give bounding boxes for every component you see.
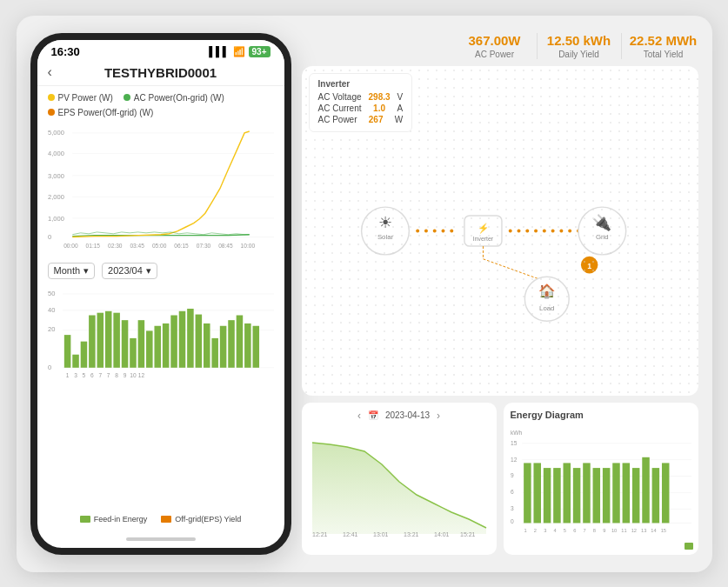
svg-text:14:01: 14:01 [434, 531, 450, 537]
svg-rect-29 [63, 335, 70, 368]
bar-chart-svg: 50 40 20 0 [48, 284, 274, 389]
svg-text:40: 40 [48, 305, 55, 313]
inverter-row-voltage: AC Voltage 298.3 V [318, 92, 404, 102]
bar-chart-container: 50 40 20 0 [48, 284, 274, 511]
svg-rect-120 [592, 468, 600, 523]
inverter-voltage-label: AC Voltage [318, 92, 362, 102]
stat-total-yield-label: Total Yield [629, 50, 698, 59]
phone-title: TESTHYBRID0001 [104, 65, 217, 80]
svg-rect-119 [583, 463, 591, 523]
svg-rect-40 [154, 325, 161, 367]
phone-header: ‹ TESTHYBRID0001 [37, 60, 284, 86]
home-indicator [37, 530, 284, 548]
svg-rect-117 [563, 463, 571, 523]
svg-rect-52 [252, 325, 259, 367]
svg-text:3,000: 3,000 [48, 171, 64, 179]
phone-device: 16:30 ▌▌▌ 📶 93+ ‹ TESTHYBRID0001 PV Powe… [30, 33, 291, 555]
svg-text:12: 12 [631, 527, 636, 532]
stat-divider-2 [621, 33, 622, 59]
battery-indicator: 93+ [249, 46, 270, 57]
date-dropdown[interactable]: 2023/04 ▾ [102, 263, 157, 279]
signal-icon: ▌▌▌ [209, 46, 229, 57]
period-dropdown[interactable]: Month ▾ [48, 263, 96, 279]
inverter-voltage-value: 298.3 [369, 92, 391, 102]
svg-text:11: 11 [621, 527, 626, 532]
svg-text:8: 8 [592, 527, 595, 532]
legend-ac-dot [124, 94, 130, 101]
svg-text:00:00: 00:00 [63, 242, 78, 248]
svg-text:15: 15 [511, 439, 518, 445]
svg-rect-121 [602, 468, 610, 523]
svg-text:13:21: 13:21 [404, 531, 419, 537]
svg-text:12:21: 12:21 [312, 531, 328, 537]
svg-text:4,000: 4,000 [48, 150, 64, 157]
stat-total-yield: 22.52 MWh Total Yield [629, 33, 698, 59]
svg-text:08:45: 08:45 [218, 242, 233, 248]
inverter-row-power: AC Power 267 W [318, 115, 404, 124]
svg-text:15:21: 15:21 [460, 531, 476, 537]
svg-text:9: 9 [603, 527, 605, 532]
svg-rect-32 [89, 315, 96, 367]
svg-text:0: 0 [511, 518, 514, 524]
legend-pv: PV Power (W) [48, 93, 113, 103]
energy-diagram-svg: kWh 15 12 9 6 3 0 [511, 424, 691, 545]
stat-ac-power-value: 367.00W [460, 33, 530, 48]
stat-daily-yield: 12.50 kWh Daily Yield [544, 33, 614, 59]
bar-legend: Feed-in Energy Off-grid(EPS) Yield [48, 515, 274, 524]
wifi-icon: 📶 [233, 46, 245, 57]
svg-text:12: 12 [511, 456, 518, 462]
svg-rect-122 [612, 463, 620, 523]
date-prev-button[interactable]: ‹ [357, 410, 361, 422]
date-display: 2023-04-13 [385, 410, 430, 420]
svg-rect-46 [203, 323, 210, 367]
svg-rect-51 [244, 323, 251, 367]
svg-rect-45 [195, 314, 202, 367]
svg-rect-31 [80, 341, 87, 367]
svg-text:0: 0 [48, 363, 51, 370]
legend-ac: AC Power(On-grid) (W) [124, 93, 224, 103]
status-icons: ▌▌▌ 📶 93+ [209, 46, 270, 57]
inverter-row-current: AC Current 1.0 A [318, 103, 404, 113]
date-next-button[interactable]: › [437, 410, 440, 422]
stat-daily-yield-label: Daily Yield [544, 50, 614, 59]
svg-rect-48 [219, 325, 226, 367]
legend-pv-dot [48, 94, 55, 101]
svg-rect-41 [162, 323, 169, 367]
back-button[interactable]: ‹ [48, 64, 52, 80]
offgrid-label: Off-grid(EPS) Yield [175, 515, 241, 524]
svg-rect-50 [236, 315, 243, 367]
svg-rect-44 [187, 308, 194, 367]
svg-rect-115 [543, 468, 551, 523]
energy-diagram-card: Energy Diagram kWh 15 12 9 6 3 0 [504, 403, 698, 555]
phone-status-bar: 16:30 ▌▌▌ 📶 93+ [37, 40, 284, 60]
svg-rect-35 [113, 312, 120, 367]
svg-rect-30 [72, 354, 79, 367]
svg-rect-125 [642, 457, 650, 523]
period-label: Month [54, 265, 81, 276]
svg-text:50: 50 [48, 289, 55, 297]
svg-text:2,000: 2,000 [48, 193, 64, 201]
svg-text:03:45: 03:45 [130, 242, 144, 248]
right-panel: 367.00W AC Power 12.50 kWh Daily Yield 2… [302, 33, 698, 555]
energy-flow-panel: Inverter AC Voltage 298.3 V AC Current 1… [302, 66, 698, 396]
inverter-current-label: AC Current [318, 103, 362, 113]
inverter-power-label: AC Power [318, 115, 357, 124]
inverter-power-value: 267 [369, 115, 384, 124]
outer-container: 16:30 ▌▌▌ 📶 93+ ‹ TESTHYBRID0001 PV Powe… [17, 16, 712, 572]
inverter-power-unit: W [395, 115, 403, 124]
svg-text:7: 7 [583, 527, 585, 532]
svg-text:1: 1 [65, 372, 69, 378]
stat-divider-1 [537, 33, 538, 59]
svg-rect-116 [553, 468, 561, 523]
day-chart-svg: 12:21 12:41 13:01 13:21 14:01 15:21 [309, 425, 490, 538]
energy-diagram-title: Energy Diagram [511, 410, 691, 420]
phone-content: PV Power (W) AC Power(On-grid) (W) EPS P… [37, 86, 284, 530]
svg-rect-36 [121, 320, 128, 368]
legend-eps: EPS Power(Off-grid) (W) [48, 108, 154, 117]
line-chart-container: 5,000 4,000 3,000 2,000 1,000 0 [48, 121, 274, 256]
svg-text:05:00: 05:00 [151, 242, 166, 248]
svg-rect-34 [104, 310, 111, 367]
bar-section-header: Month ▾ 2023/04 ▾ [48, 263, 274, 279]
svg-text:6: 6 [511, 489, 514, 495]
stats-row: 367.00W AC Power 12.50 kWh Daily Yield 2… [302, 33, 698, 59]
